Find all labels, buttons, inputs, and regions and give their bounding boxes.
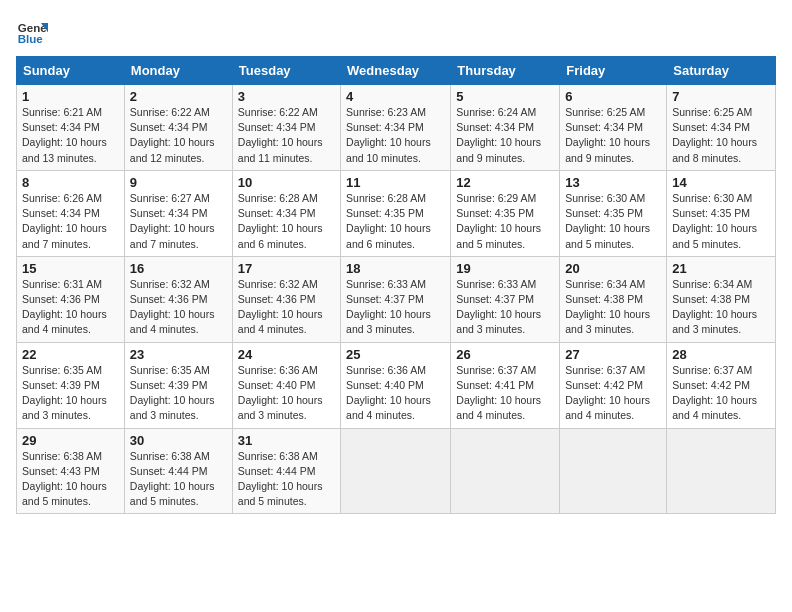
day-number: 12 (456, 175, 554, 190)
day-info: Sunrise: 6:21 AM Sunset: 4:34 PM Dayligh… (22, 105, 119, 166)
day-info: Sunrise: 6:27 AM Sunset: 4:34 PM Dayligh… (130, 191, 227, 252)
day-cell: 17Sunrise: 6:32 AM Sunset: 4:36 PM Dayli… (232, 256, 340, 342)
day-number: 25 (346, 347, 445, 362)
day-cell: 6Sunrise: 6:25 AM Sunset: 4:34 PM Daylig… (560, 85, 667, 171)
day-info: Sunrise: 6:33 AM Sunset: 4:37 PM Dayligh… (456, 277, 554, 338)
day-cell (667, 428, 776, 514)
day-number: 9 (130, 175, 227, 190)
day-info: Sunrise: 6:35 AM Sunset: 4:39 PM Dayligh… (22, 363, 119, 424)
day-info: Sunrise: 6:25 AM Sunset: 4:34 PM Dayligh… (565, 105, 661, 166)
day-number: 26 (456, 347, 554, 362)
day-info: Sunrise: 6:32 AM Sunset: 4:36 PM Dayligh… (130, 277, 227, 338)
header-cell-saturday: Saturday (667, 57, 776, 85)
day-cell: 26Sunrise: 6:37 AM Sunset: 4:41 PM Dayli… (451, 342, 560, 428)
day-number: 6 (565, 89, 661, 104)
day-number: 23 (130, 347, 227, 362)
day-info: Sunrise: 6:37 AM Sunset: 4:42 PM Dayligh… (565, 363, 661, 424)
week-row-0: 1Sunrise: 6:21 AM Sunset: 4:34 PM Daylig… (17, 85, 776, 171)
day-info: Sunrise: 6:26 AM Sunset: 4:34 PM Dayligh… (22, 191, 119, 252)
day-cell: 2Sunrise: 6:22 AM Sunset: 4:34 PM Daylig… (124, 85, 232, 171)
day-number: 27 (565, 347, 661, 362)
day-cell: 19Sunrise: 6:33 AM Sunset: 4:37 PM Dayli… (451, 256, 560, 342)
day-cell: 18Sunrise: 6:33 AM Sunset: 4:37 PM Dayli… (341, 256, 451, 342)
day-cell: 9Sunrise: 6:27 AM Sunset: 4:34 PM Daylig… (124, 170, 232, 256)
logo-icon: General Blue (16, 16, 48, 48)
day-number: 5 (456, 89, 554, 104)
day-number: 20 (565, 261, 661, 276)
day-info: Sunrise: 6:22 AM Sunset: 4:34 PM Dayligh… (130, 105, 227, 166)
day-cell: 7Sunrise: 6:25 AM Sunset: 4:34 PM Daylig… (667, 85, 776, 171)
day-cell: 29Sunrise: 6:38 AM Sunset: 4:43 PM Dayli… (17, 428, 125, 514)
header-cell-sunday: Sunday (17, 57, 125, 85)
day-cell: 20Sunrise: 6:34 AM Sunset: 4:38 PM Dayli… (560, 256, 667, 342)
week-row-2: 15Sunrise: 6:31 AM Sunset: 4:36 PM Dayli… (17, 256, 776, 342)
day-info: Sunrise: 6:38 AM Sunset: 4:44 PM Dayligh… (130, 449, 227, 510)
day-info: Sunrise: 6:37 AM Sunset: 4:41 PM Dayligh… (456, 363, 554, 424)
day-info: Sunrise: 6:30 AM Sunset: 4:35 PM Dayligh… (565, 191, 661, 252)
day-cell: 8Sunrise: 6:26 AM Sunset: 4:34 PM Daylig… (17, 170, 125, 256)
day-cell: 23Sunrise: 6:35 AM Sunset: 4:39 PM Dayli… (124, 342, 232, 428)
day-number: 7 (672, 89, 770, 104)
day-info: Sunrise: 6:24 AM Sunset: 4:34 PM Dayligh… (456, 105, 554, 166)
day-number: 14 (672, 175, 770, 190)
day-cell: 11Sunrise: 6:28 AM Sunset: 4:35 PM Dayli… (341, 170, 451, 256)
day-info: Sunrise: 6:38 AM Sunset: 4:44 PM Dayligh… (238, 449, 335, 510)
day-cell: 25Sunrise: 6:36 AM Sunset: 4:40 PM Dayli… (341, 342, 451, 428)
day-cell: 5Sunrise: 6:24 AM Sunset: 4:34 PM Daylig… (451, 85, 560, 171)
header-row: SundayMondayTuesdayWednesdayThursdayFrid… (17, 57, 776, 85)
day-info: Sunrise: 6:31 AM Sunset: 4:36 PM Dayligh… (22, 277, 119, 338)
day-cell: 28Sunrise: 6:37 AM Sunset: 4:42 PM Dayli… (667, 342, 776, 428)
day-number: 15 (22, 261, 119, 276)
week-row-3: 22Sunrise: 6:35 AM Sunset: 4:39 PM Dayli… (17, 342, 776, 428)
day-cell: 4Sunrise: 6:23 AM Sunset: 4:34 PM Daylig… (341, 85, 451, 171)
day-info: Sunrise: 6:34 AM Sunset: 4:38 PM Dayligh… (565, 277, 661, 338)
day-cell: 31Sunrise: 6:38 AM Sunset: 4:44 PM Dayli… (232, 428, 340, 514)
day-number: 31 (238, 433, 335, 448)
day-cell: 15Sunrise: 6:31 AM Sunset: 4:36 PM Dayli… (17, 256, 125, 342)
day-cell: 10Sunrise: 6:28 AM Sunset: 4:34 PM Dayli… (232, 170, 340, 256)
day-info: Sunrise: 6:33 AM Sunset: 4:37 PM Dayligh… (346, 277, 445, 338)
day-cell: 1Sunrise: 6:21 AM Sunset: 4:34 PM Daylig… (17, 85, 125, 171)
week-row-4: 29Sunrise: 6:38 AM Sunset: 4:43 PM Dayli… (17, 428, 776, 514)
day-number: 2 (130, 89, 227, 104)
day-number: 11 (346, 175, 445, 190)
logo: General Blue (16, 16, 48, 48)
day-number: 18 (346, 261, 445, 276)
day-number: 22 (22, 347, 119, 362)
day-info: Sunrise: 6:34 AM Sunset: 4:38 PM Dayligh… (672, 277, 770, 338)
header-cell-friday: Friday (560, 57, 667, 85)
day-cell (451, 428, 560, 514)
day-number: 3 (238, 89, 335, 104)
day-number: 16 (130, 261, 227, 276)
day-info: Sunrise: 6:38 AM Sunset: 4:43 PM Dayligh… (22, 449, 119, 510)
day-number: 21 (672, 261, 770, 276)
header-cell-wednesday: Wednesday (341, 57, 451, 85)
day-number: 10 (238, 175, 335, 190)
day-info: Sunrise: 6:23 AM Sunset: 4:34 PM Dayligh… (346, 105, 445, 166)
day-cell: 30Sunrise: 6:38 AM Sunset: 4:44 PM Dayli… (124, 428, 232, 514)
day-info: Sunrise: 6:29 AM Sunset: 4:35 PM Dayligh… (456, 191, 554, 252)
day-number: 28 (672, 347, 770, 362)
calendar-table: SundayMondayTuesdayWednesdayThursdayFrid… (16, 56, 776, 514)
day-number: 17 (238, 261, 335, 276)
svg-text:Blue: Blue (18, 33, 44, 45)
day-cell: 27Sunrise: 6:37 AM Sunset: 4:42 PM Dayli… (560, 342, 667, 428)
day-number: 8 (22, 175, 119, 190)
day-info: Sunrise: 6:25 AM Sunset: 4:34 PM Dayligh… (672, 105, 770, 166)
day-info: Sunrise: 6:32 AM Sunset: 4:36 PM Dayligh… (238, 277, 335, 338)
day-info: Sunrise: 6:28 AM Sunset: 4:35 PM Dayligh… (346, 191, 445, 252)
day-cell: 16Sunrise: 6:32 AM Sunset: 4:36 PM Dayli… (124, 256, 232, 342)
day-number: 24 (238, 347, 335, 362)
header-cell-tuesday: Tuesday (232, 57, 340, 85)
day-info: Sunrise: 6:35 AM Sunset: 4:39 PM Dayligh… (130, 363, 227, 424)
day-info: Sunrise: 6:37 AM Sunset: 4:42 PM Dayligh… (672, 363, 770, 424)
day-cell: 3Sunrise: 6:22 AM Sunset: 4:34 PM Daylig… (232, 85, 340, 171)
day-cell: 13Sunrise: 6:30 AM Sunset: 4:35 PM Dayli… (560, 170, 667, 256)
page-header: General Blue (16, 16, 776, 48)
day-cell: 12Sunrise: 6:29 AM Sunset: 4:35 PM Dayli… (451, 170, 560, 256)
day-info: Sunrise: 6:28 AM Sunset: 4:34 PM Dayligh… (238, 191, 335, 252)
day-info: Sunrise: 6:36 AM Sunset: 4:40 PM Dayligh… (238, 363, 335, 424)
day-cell (560, 428, 667, 514)
day-number: 1 (22, 89, 119, 104)
day-cell: 21Sunrise: 6:34 AM Sunset: 4:38 PM Dayli… (667, 256, 776, 342)
